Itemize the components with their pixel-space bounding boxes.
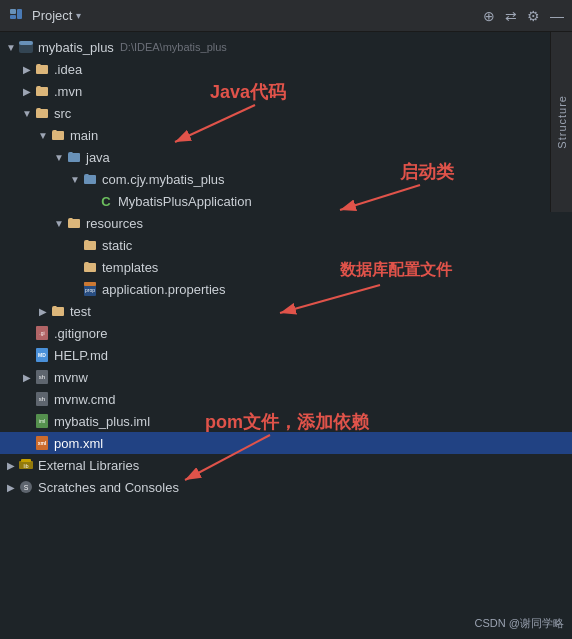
toolbar-dropdown-icon[interactable]: ▾ [76,10,81,21]
tree-item-templates[interactable]: templates [0,256,572,278]
icon-test [50,303,66,319]
svg-rect-6 [84,282,96,286]
icon-idea [34,61,50,77]
icon-scratches: S [18,479,34,495]
toolbar: Project ▾ ⊕ ⇄ ⚙ — [0,0,572,32]
arrow-mvn[interactable] [20,86,34,97]
svg-rect-1 [17,9,22,19]
tree-item-helpmd[interactable]: MDHELP.md [0,344,572,366]
watermark: CSDN @谢同学略 [475,616,564,631]
tree-item-scratches[interactable]: SScratches and Consoles [0,476,572,498]
svg-rect-4 [19,41,33,45]
svg-text:sh: sh [39,374,45,380]
icon-src [34,105,50,121]
label-scratches: Scratches and Consoles [38,480,179,495]
arrow-external_libs[interactable] [4,460,18,471]
tree-item-src[interactable]: src [0,102,572,124]
tree-item-mvnwcmd[interactable]: shmvnw.cmd [0,388,572,410]
svg-text:iml: iml [39,418,45,424]
svg-rect-21 [21,459,31,462]
label-mvn: .mvn [54,84,82,99]
icon-external_libs: lib [18,457,34,473]
label-java: java [86,150,110,165]
label-external_libs: External Libraries [38,458,139,473]
arrow-idea[interactable] [20,64,34,75]
icon-com_cjy [82,171,98,187]
svg-text:.gi: .gi [39,330,44,336]
label-mvnwcmd: mvnw.cmd [54,392,115,407]
tree-item-java[interactable]: java [0,146,572,168]
tree-item-mybatisplusapp[interactable]: CMybatisPlusApplication [0,190,572,212]
label-static: static [102,238,132,253]
tree-item-application_props[interactable]: propapplication.properties [0,278,572,300]
arrow-java[interactable] [52,152,66,163]
label-resources: resources [86,216,143,231]
structure-tab[interactable]: Structure [550,32,572,212]
icon-static [82,237,98,253]
icon-pomxml: xml [34,435,50,451]
toolbar-title: Project ▾ [8,6,81,25]
svg-rect-2 [10,15,16,19]
svg-rect-0 [10,9,16,14]
toolbar-project-label: Project [32,8,72,23]
label-src: src [54,106,71,121]
label-mybatisiml: mybatis_plus.iml [54,414,150,429]
label-com_cjy: com.cjy.mybatis_plus [102,172,225,187]
label-helpmd: HELP.md [54,348,108,363]
svg-text:sh: sh [39,396,45,402]
label-idea: .idea [54,62,82,77]
add-icon[interactable]: ⊕ [483,8,495,24]
icon-mvn [34,83,50,99]
tree-item-com_cjy[interactable]: com.cjy.mybatis_plus [0,168,572,190]
tree-item-idea[interactable]: .idea [0,58,572,80]
tree-item-mybatisiml[interactable]: imlmybatis_plus.iml [0,410,572,432]
label-mvnw: mvnw [54,370,88,385]
icon-java [66,149,82,165]
settings-icon[interactable]: ⚙ [527,8,540,24]
tree-item-test[interactable]: test [0,300,572,322]
svg-text:S: S [24,484,29,491]
icon-mybatisiml: iml [34,413,50,429]
structure-tab-label: Structure [556,95,568,149]
label-gitignore: .gitignore [54,326,107,341]
minimize-icon[interactable]: — [550,8,564,24]
sync-icon[interactable]: ⇄ [505,8,517,24]
icon-gitignore: .gi [34,325,50,341]
arrow-resources[interactable] [52,218,66,229]
tree-item-external_libs[interactable]: libExternal Libraries [0,454,572,476]
icon-resources [66,215,82,231]
tree-item-resources[interactable]: resources [0,212,572,234]
arrow-main[interactable] [36,130,50,141]
extra-path-mybatis_plus: D:\IDEA\mybatis_plus [120,41,227,53]
arrow-test[interactable] [36,306,50,317]
tree-item-mvn[interactable]: .mvn [0,80,572,102]
tree-item-mvnw[interactable]: shmvnw [0,366,572,388]
project-icon [8,6,24,25]
arrow-com_cjy[interactable] [68,174,82,185]
svg-text:lib: lib [23,463,28,469]
file-tree: mybatis_plusD:\IDEA\mybatis_plus.idea.mv… [0,32,572,502]
arrow-src[interactable] [20,108,34,119]
label-pomxml: pom.xml [54,436,103,451]
tree-item-gitignore[interactable]: .gi.gitignore [0,322,572,344]
tree-item-mybatis_plus[interactable]: mybatis_plusD:\IDEA\mybatis_plus [0,36,572,58]
tree-item-pomxml[interactable]: xmlpom.xml [0,432,572,454]
label-main: main [70,128,98,143]
icon-mvnwcmd: sh [34,391,50,407]
icon-application_props: prop [82,281,98,297]
svg-text:prop: prop [85,287,95,293]
tree-item-static[interactable]: static [0,234,572,256]
tree-item-main[interactable]: main [0,124,572,146]
icon-templates [82,259,98,275]
icon-mybatisplusapp: C [98,193,114,209]
label-templates: templates [102,260,158,275]
arrow-scratches[interactable] [4,482,18,493]
toolbar-actions: ⊕ ⇄ ⚙ — [483,8,564,24]
icon-main [50,127,66,143]
arrow-mvnw[interactable] [20,372,34,383]
icon-mybatis_plus [18,39,34,55]
label-test: test [70,304,91,319]
svg-text:xml: xml [38,440,47,446]
label-mybatis_plus: mybatis_plus [38,40,114,55]
arrow-mybatis_plus[interactable] [4,42,18,53]
